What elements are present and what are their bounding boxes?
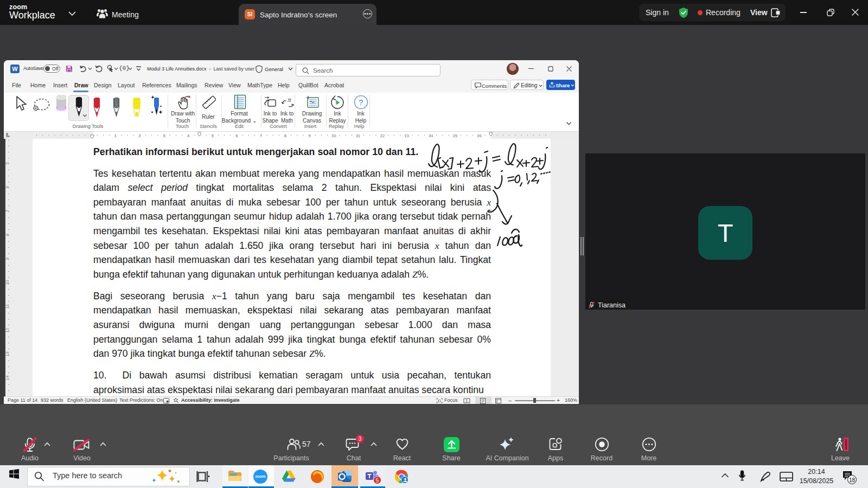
svg-text:5: 5 xyxy=(212,133,214,138)
svg-text:?: ? xyxy=(359,98,363,107)
svg-text:8: 8 xyxy=(284,133,287,138)
svg-text:9: 9 xyxy=(308,133,311,138)
svg-text:12: 12 xyxy=(5,328,10,332)
svg-text:1: 1 xyxy=(114,133,117,138)
svg-text:D: D xyxy=(438,399,441,403)
svg-text:π: π xyxy=(288,96,291,104)
svg-text:10: 10 xyxy=(331,133,336,138)
svg-text:6: 6 xyxy=(235,133,238,138)
svg-text:4: 4 xyxy=(187,133,190,138)
svg-text:11: 11 xyxy=(5,304,10,309)
svg-text:10: 10 xyxy=(5,280,10,285)
svg-text:7: 7 xyxy=(260,133,263,138)
svg-text:3: 3 xyxy=(163,133,165,138)
svg-text:13: 13 xyxy=(5,351,10,356)
svg-text:11: 11 xyxy=(356,133,361,138)
svg-text:13: 13 xyxy=(404,133,409,138)
svg-text:12: 12 xyxy=(380,133,385,138)
svg-text:2: 2 xyxy=(138,133,141,138)
svg-text:14: 14 xyxy=(5,375,10,380)
